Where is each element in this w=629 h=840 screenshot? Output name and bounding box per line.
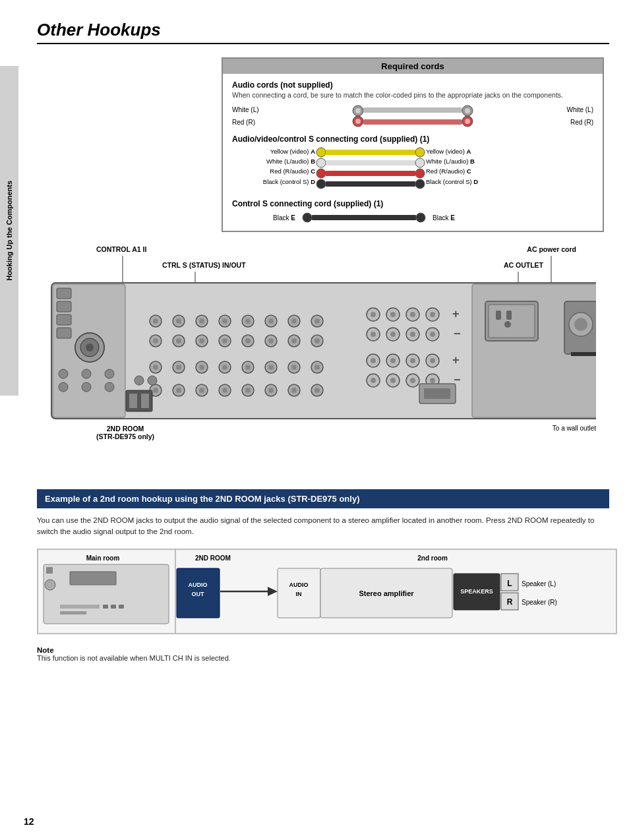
svg-rect-17 <box>326 171 415 176</box>
svg-text:Speaker (R): Speaker (R) <box>522 599 557 606</box>
svg-point-72 <box>268 338 274 344</box>
svg-rect-174 <box>111 605 116 609</box>
svg-point-84 <box>222 365 227 370</box>
svg-rect-33 <box>57 315 71 325</box>
svg-point-86 <box>245 365 251 370</box>
required-cords-body: Audio cords (not supplied) When connecti… <box>223 74 603 231</box>
red-r-right: Red (R) <box>534 119 593 126</box>
svg-point-130 <box>390 358 396 363</box>
label-2nd-room: 2ND ROOM (STR-DE975 only) <box>96 425 154 440</box>
black-e-right: Black E <box>430 214 455 222</box>
svg-point-40 <box>105 382 114 392</box>
svg-text:2ND ROOM: 2ND ROOM <box>195 555 231 562</box>
example-header: Example of a 2nd room hookup using the 2… <box>37 489 609 508</box>
controls-section-title: Control S connecting cord (supplied) (1) <box>232 199 593 208</box>
svg-point-52 <box>222 318 227 324</box>
required-cords-box: Required cords Audio cords (not supplied… <box>222 57 604 232</box>
av-right-1: Yellow (video) A <box>426 146 522 156</box>
av-section-title: Audio/video/control S connecting cord (s… <box>232 135 593 144</box>
svg-text:OUT: OUT <box>192 591 205 597</box>
av-left-3: Red (R/audio) C <box>232 166 315 176</box>
svg-point-9 <box>465 119 470 124</box>
av-cord-svg <box>314 146 427 191</box>
av-right-2: White (L/audio) B <box>426 156 522 166</box>
svg-rect-173 <box>103 605 108 609</box>
sidebar-label: Hooking Up the Components <box>5 181 13 281</box>
svg-text:R: R <box>507 597 513 607</box>
svg-point-1 <box>355 108 361 113</box>
svg-point-80 <box>176 365 181 370</box>
page-title: Other Hookups <box>37 20 609 44</box>
svg-point-41 <box>59 369 68 378</box>
svg-point-112 <box>390 312 396 317</box>
svg-point-88 <box>268 365 274 370</box>
svg-point-102 <box>245 388 251 393</box>
audio-cord-diagram: White (L) Red (R) <box>232 104 593 128</box>
svg-rect-31 <box>57 288 71 299</box>
svg-point-16 <box>316 169 326 178</box>
svg-rect-172 <box>70 572 116 585</box>
svg-rect-149 <box>506 311 512 320</box>
svg-point-38 <box>86 344 94 351</box>
svg-text:2nd room: 2nd room <box>417 555 448 562</box>
svg-text:−: − <box>454 327 461 340</box>
svg-rect-168 <box>46 567 53 574</box>
svg-point-96 <box>176 388 181 393</box>
sidebar: Hooking Up the Components <box>0 66 18 396</box>
amp-back-panel: + − + <box>50 282 596 420</box>
svg-point-24 <box>416 213 425 222</box>
svg-rect-147 <box>489 305 535 338</box>
ctrl-a1-label: CONTROL A1 II <box>96 245 146 253</box>
svg-rect-170 <box>60 605 100 609</box>
svg-text:AUDIO: AUDIO <box>289 582 309 588</box>
svg-text:IN: IN <box>296 591 302 597</box>
svg-rect-20 <box>326 181 415 187</box>
svg-text:+: + <box>452 307 460 320</box>
note-section: Note This function is not available when… <box>37 646 609 662</box>
svg-point-82 <box>199 365 204 370</box>
svg-rect-157 <box>129 394 137 408</box>
svg-rect-23 <box>312 215 416 220</box>
audio-cord-svg <box>350 104 475 128</box>
svg-point-153 <box>574 318 587 331</box>
example-description: You can use the 2ND ROOM jacks to output… <box>37 515 609 538</box>
ac-power-label: AC power cord <box>527 245 576 253</box>
svg-point-64 <box>176 338 181 344</box>
amp-panel-svg: + − + <box>50 282 596 420</box>
white-l-right: White (L) <box>534 106 593 113</box>
av-left-4: Black (control S) D <box>232 177 315 187</box>
svg-point-7 <box>465 108 470 113</box>
svg-point-110 <box>371 312 376 317</box>
svg-point-137 <box>371 378 376 383</box>
svg-text:Speaker (L): Speaker (L) <box>522 580 556 587</box>
controls-row: Black E Black E <box>232 211 593 224</box>
av-cord-center <box>318 146 423 191</box>
controls-cord-svg <box>301 212 427 224</box>
av-left-labels: Yellow (video) A White (L/audio) B Red (… <box>232 146 318 187</box>
svg-text:+: + <box>452 353 460 367</box>
black-e-left: Black E <box>232 214 298 222</box>
audio-section-subtitle: When connecting a cord, be sure to match… <box>232 91 593 99</box>
svg-point-46 <box>153 318 158 324</box>
audio-right-labels: White (L) Red (R) <box>534 106 593 126</box>
room-diagram-svg: Main room 2ND ROOM AUDIO OUT <box>37 549 617 634</box>
page-number: 12 <box>24 816 34 827</box>
svg-rect-171 <box>60 611 86 615</box>
svg-point-3 <box>355 119 361 124</box>
svg-rect-34 <box>57 328 71 338</box>
av-right-3: Red (R/audio) C <box>426 166 522 176</box>
main-content: Other Hookups Required cords Audio cords… <box>24 0 629 682</box>
svg-point-159 <box>135 376 144 385</box>
svg-point-106 <box>291 388 297 393</box>
svg-point-150 <box>504 321 511 328</box>
av-section: Audio/video/control S connecting cord (s… <box>232 135 593 191</box>
svg-point-42 <box>59 382 68 392</box>
audio-section-title: Audio cords (not supplied) <box>232 80 593 90</box>
svg-rect-32 <box>57 301 71 312</box>
svg-point-76 <box>314 338 320 344</box>
white-l-left: White (L) <box>232 106 291 113</box>
svg-text:L: L <box>507 579 512 588</box>
svg-point-56 <box>268 318 274 324</box>
svg-rect-4 <box>363 107 462 113</box>
note-title: Note <box>37 646 609 654</box>
